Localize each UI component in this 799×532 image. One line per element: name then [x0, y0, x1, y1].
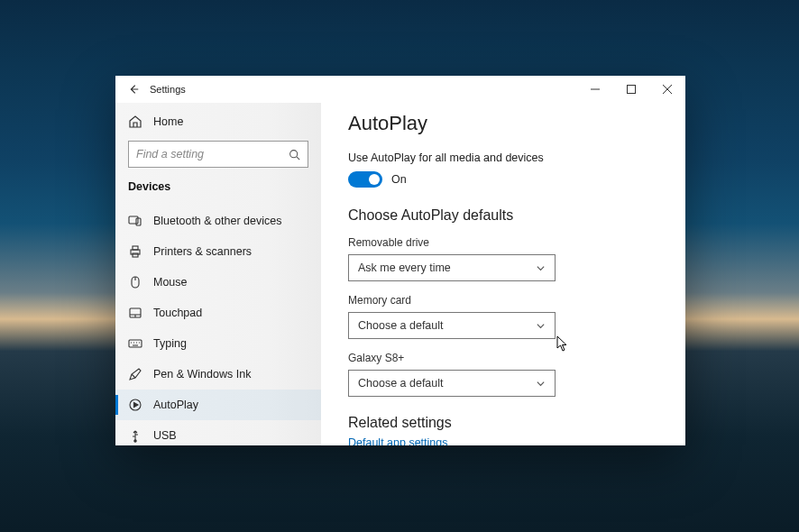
sidebar-item-touchpad[interactable]: Touchpad — [115, 298, 321, 328]
search-input[interactable] — [136, 148, 289, 161]
sidebar-item-printers[interactable]: Printers & scanners — [115, 236, 321, 267]
sidebar-item-label: Pen & Windows Ink — [153, 368, 251, 381]
svg-rect-5 — [133, 246, 138, 250]
devices-icon — [128, 214, 142, 228]
dropdown-removable-drive[interactable]: Ask me every time — [348, 254, 556, 281]
sidebar-item-label: AutoPlay — [153, 399, 198, 411]
autoplay-icon — [128, 398, 142, 412]
search-icon — [289, 149, 300, 161]
maximize-button[interactable] — [613, 76, 649, 103]
sidebar-item-label: Bluetooth & other devices — [153, 215, 281, 227]
sidebar-item-label: USB — [153, 429, 177, 442]
close-button[interactable] — [649, 76, 685, 103]
dropdown-value: Choose a default — [358, 377, 444, 390]
sidebar-item-label: Typing — [153, 337, 187, 350]
field-label-galaxy-s8: Galaxy S8+ — [348, 352, 658, 364]
sidebar-item-bluetooth[interactable]: Bluetooth & other devices — [115, 206, 321, 236]
sidebar-item-label: Mouse — [153, 276, 188, 289]
mouse-icon — [128, 275, 142, 289]
svg-rect-0 — [628, 86, 636, 94]
close-icon — [663, 85, 672, 94]
field-label-memory-card: Memory card — [348, 294, 658, 307]
sidebar-home-label: Home — [153, 115, 183, 128]
chevron-down-icon — [536, 379, 546, 389]
svg-point-11 — [134, 440, 136, 442]
keyboard-icon — [128, 336, 142, 351]
sidebar-item-label: Touchpad — [153, 307, 202, 319]
content-pane: AutoPlay Use AutoPlay for all media and … — [321, 103, 685, 445]
sidebar-item-autoplay[interactable]: AutoPlay — [115, 390, 321, 420]
back-button[interactable] — [121, 77, 146, 102]
sidebar-item-label: Printers & scanners — [153, 245, 252, 258]
toggle-state-label: On — [391, 173, 407, 186]
touchpad-icon — [128, 306, 142, 320]
page-title: AutoPlay — [348, 112, 658, 135]
chevron-down-icon — [536, 263, 546, 273]
maximize-icon — [627, 85, 636, 94]
related-heading: Related settings — [348, 415, 658, 431]
sidebar: Home Devices Bluetooth & other devices — [115, 103, 321, 445]
defaults-heading: Choose AutoPlay defaults — [348, 207, 658, 224]
toggle-caption: Use AutoPlay for all media and devices — [348, 151, 658, 164]
chevron-down-icon — [536, 321, 546, 331]
sidebar-item-pen[interactable]: Pen & Windows Ink — [115, 359, 321, 390]
dropdown-value: Ask me every time — [358, 261, 451, 274]
field-label-removable-drive: Removable drive — [348, 236, 658, 249]
window-title: Settings — [150, 84, 186, 95]
titlebar: Settings — [115, 76, 685, 103]
minimize-icon — [591, 85, 600, 94]
dropdown-galaxy-s8[interactable]: Choose a default — [348, 370, 556, 397]
dropdown-value: Choose a default — [358, 319, 444, 332]
autoplay-toggle[interactable] — [348, 171, 382, 188]
home-icon — [128, 115, 142, 129]
svg-point-1 — [290, 150, 298, 157]
link-default-app-settings[interactable]: Default app settings — [348, 436, 658, 445]
usb-icon — [128, 428, 142, 443]
dropdown-memory-card[interactable]: Choose a default — [348, 312, 556, 339]
sidebar-home[interactable]: Home — [128, 106, 308, 137]
sidebar-item-mouse[interactable]: Mouse — [115, 267, 321, 298]
printer-icon — [128, 244, 142, 259]
sidebar-item-typing[interactable]: Typing — [115, 328, 321, 359]
settings-window: Settings Home — [115, 76, 685, 445]
minimize-button[interactable] — [577, 76, 613, 103]
sidebar-nav: Bluetooth & other devices Printers & sca… — [115, 206, 321, 451]
search-input-wrap[interactable] — [128, 141, 308, 168]
pen-icon — [128, 367, 142, 381]
svg-rect-9 — [129, 340, 142, 347]
sidebar-section-label: Devices — [115, 180, 321, 193]
sidebar-item-usb[interactable]: USB — [115, 420, 321, 451]
arrow-left-icon — [127, 83, 140, 96]
